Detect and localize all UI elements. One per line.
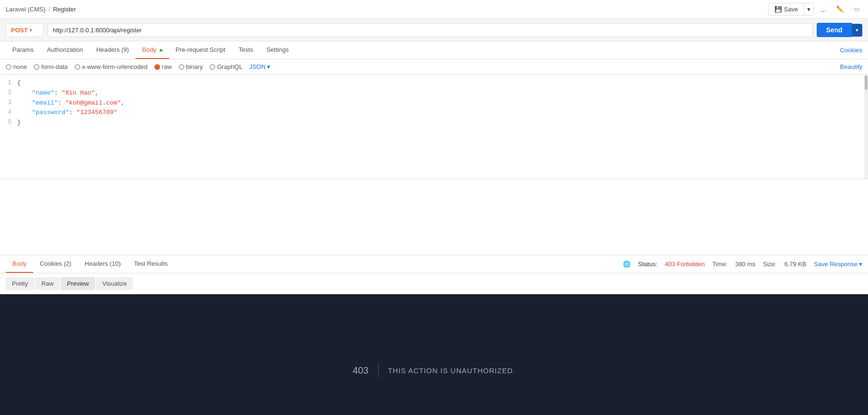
save-button-group: 💾 Save ▾ — [768, 3, 814, 16]
error-display: 403 THIS ACTION IS UNAUTHORIZED. — [353, 363, 515, 378]
save-icon: 💾 — [774, 6, 782, 13]
resp-tab-test-results[interactable]: Test Results — [127, 255, 174, 273]
error-message: THIS ACTION IS UNAUTHORIZED. — [388, 367, 515, 375]
body-type-none[interactable]: none — [6, 63, 27, 70]
tab-tests[interactable]: Tests — [232, 41, 259, 59]
radio-formdata-icon — [34, 64, 39, 70]
editor-empty-space — [0, 179, 868, 255]
more-options-button[interactable]: ... — [818, 3, 830, 16]
code-line-5: 5 } — [0, 118, 868, 128]
resp-tab-headers[interactable]: Headers (10) — [78, 255, 127, 273]
breadcrumb: Laravel (CMS) / Register — [6, 6, 76, 13]
resp-tab-body[interactable]: Body — [6, 255, 33, 273]
request-tabs: Params Authorization Headers (9) Body Pr… — [0, 41, 868, 59]
radio-urlencoded-icon — [75, 64, 80, 70]
url-input[interactable] — [48, 23, 813, 37]
url-bar: POST ▾ Send ▾ — [0, 19, 868, 41]
method-select[interactable]: POST ▾ — [6, 23, 44, 37]
error-code: 403 — [353, 365, 368, 376]
tab-body[interactable]: Body — [135, 41, 169, 59]
error-divider — [378, 363, 379, 378]
tab-settings[interactable]: Settings — [260, 41, 296, 59]
top-bar: Laravel (CMS) / Register 💾 Save ▾ ... ✏️… — [0, 0, 868, 19]
radio-none-icon — [6, 64, 11, 70]
method-label: POST — [11, 27, 28, 34]
view-tab-visualize[interactable]: Visualize — [96, 277, 133, 290]
time-value: 380 ms — [735, 261, 755, 268]
size-label: Size: — [763, 261, 777, 268]
code-line-4: 4 "password": "123456789" — [0, 108, 868, 118]
radio-graphql-icon — [210, 64, 215, 70]
beautify-button[interactable]: Beautify — [840, 63, 862, 70]
radio-binary-icon — [179, 64, 184, 70]
tab-authorization[interactable]: Authorization — [40, 41, 90, 59]
view-tabs: Pretty Raw Preview Visualize — [0, 273, 868, 294]
body-type-form-data[interactable]: form-data — [34, 63, 68, 70]
method-chevron-icon: ▾ — [29, 28, 32, 33]
response-meta: 🌐 Status: 403 Forbidden Time: 380 ms Siz… — [623, 261, 862, 268]
response-tabs-bar: Body Cookies (2) Headers (10) Test Resul… — [0, 255, 868, 273]
view-tab-preview[interactable]: Preview — [61, 277, 95, 290]
resp-tab-cookies[interactable]: Cookies (2) — [33, 255, 78, 273]
format-select[interactable]: JSON ▾ — [249, 63, 270, 70]
body-type-bar: none form-data x-www-form-urlencoded raw… — [0, 59, 868, 75]
tab-params[interactable]: Params — [6, 41, 40, 59]
code-line-3: 3 "email": "koh@gmail.com", — [0, 98, 868, 108]
send-chevron-button[interactable]: ▾ — [852, 24, 862, 37]
editor-scrollbar[interactable] — [864, 75, 868, 179]
format-chevron-icon: ▾ — [267, 63, 270, 70]
scrollbar-thumb — [865, 76, 868, 90]
save-button[interactable]: 💾 Save — [769, 3, 804, 15]
status-label: Status: — [638, 261, 657, 268]
tab-prerequest[interactable]: Pre-request Script — [169, 41, 232, 59]
code-line-2: 2 "name": "Xin Hao", — [0, 88, 868, 98]
code-editor[interactable]: 1 { 2 "name": "Xin Hao", 3 "email": "koh… — [0, 75, 868, 179]
breadcrumb-slash: / — [48, 6, 50, 13]
save-chevron-button[interactable]: ▾ — [804, 3, 813, 15]
request-name: Register — [53, 6, 76, 13]
view-tab-pretty[interactable]: Pretty — [6, 277, 34, 290]
send-button-group: Send ▾ — [817, 23, 862, 37]
status-value: 403 Forbidden — [665, 261, 705, 268]
save-response-chevron-icon: ▾ — [859, 261, 862, 268]
code-line-1: 1 { — [0, 78, 868, 88]
response-preview: 403 THIS ACTION IS UNAUTHORIZED. — [0, 294, 868, 415]
globe-icon: 🌐 — [623, 261, 630, 268]
body-type-urlencoded[interactable]: x-www-form-urlencoded — [75, 63, 148, 70]
time-label: Time: — [712, 261, 727, 268]
top-bar-actions: 💾 Save ▾ ... ✏️ ▭ — [768, 3, 862, 16]
size-value: 6.79 KB — [784, 261, 806, 268]
collection-name: Laravel (CMS) — [6, 6, 46, 13]
view-tab-raw[interactable]: Raw — [35, 277, 60, 290]
layout-icon: ▭ — [854, 6, 859, 13]
send-button[interactable]: Send — [817, 23, 852, 37]
body-type-binary[interactable]: binary — [179, 63, 203, 70]
format-label: JSON — [249, 63, 266, 70]
cookies-link[interactable]: Cookies — [840, 47, 862, 54]
layout-button[interactable]: ▭ — [851, 4, 862, 15]
edit-button[interactable]: ✏️ — [833, 4, 847, 15]
body-type-raw[interactable]: raw — [154, 63, 172, 70]
body-type-graphql[interactable]: GraphQL — [210, 63, 242, 70]
edit-icon: ✏️ — [836, 6, 844, 13]
tab-headers[interactable]: Headers (9) — [90, 41, 136, 59]
radio-raw-icon — [154, 64, 160, 70]
save-response-button[interactable]: Save Response ▾ — [814, 261, 862, 268]
